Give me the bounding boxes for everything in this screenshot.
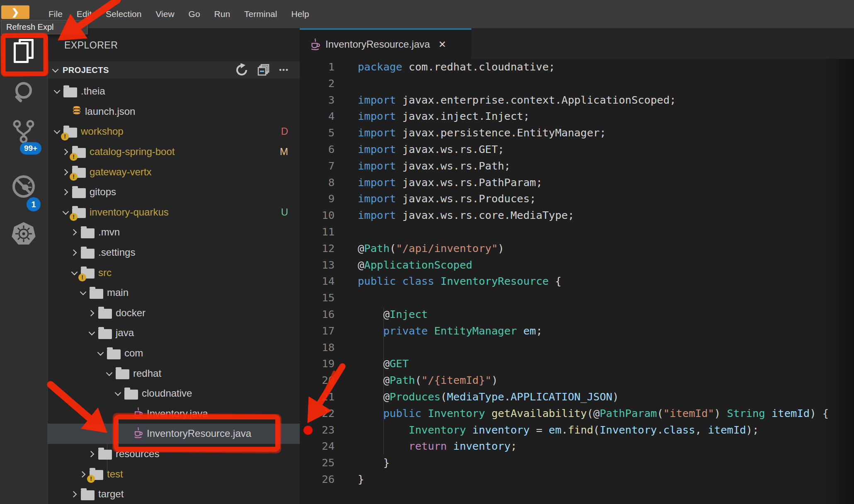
code-line[interactable]: 1package com.redhat.cloudnative; xyxy=(300,59,854,75)
code-line[interactable]: 14public class InventoryResource { xyxy=(300,273,854,290)
tree-item-docker[interactable]: docker xyxy=(48,303,300,323)
code-line[interactable]: 16 @Inject xyxy=(300,306,854,323)
line-number[interactable]: 25 xyxy=(300,455,335,471)
code-line[interactable]: 26} xyxy=(300,471,854,488)
menu-item-help[interactable]: Help xyxy=(284,0,316,28)
more-actions-icon[interactable]: ••• xyxy=(279,66,289,74)
line-number[interactable]: 15 xyxy=(300,290,335,306)
code-line[interactable]: 18 xyxy=(300,339,854,356)
chevron-right-icon[interactable] xyxy=(62,188,70,196)
chevron-right-icon[interactable] xyxy=(88,450,96,458)
tree-item-com[interactable]: com xyxy=(48,343,300,363)
line-number[interactable]: 4 xyxy=(300,108,335,125)
code-line[interactable]: 11 xyxy=(300,224,854,240)
code-line[interactable]: 22 public Inventory getAvailability(@Pat… xyxy=(300,405,854,422)
line-number[interactable]: 2 xyxy=(300,75,335,92)
tree-item-java[interactable]: java xyxy=(48,323,300,343)
line-number[interactable]: 14 xyxy=(300,273,335,290)
line-number[interactable]: 18 xyxy=(300,339,335,356)
tree-item--settings[interactable]: .settings xyxy=(48,242,300,263)
line-number[interactable]: 9 xyxy=(300,191,335,207)
code-line[interactable]: 10import javax.ws.rs.core.MediaType; xyxy=(300,207,854,224)
line-number[interactable]: 11 xyxy=(300,224,335,240)
line-number[interactable]: 13 xyxy=(300,257,335,274)
tree-item-gateway-vertx[interactable]: !gateway-vertx xyxy=(48,162,300,182)
tree-item-redhat[interactable]: redhat xyxy=(48,363,300,383)
tree-item-resources[interactable]: resources xyxy=(48,444,300,464)
code-line[interactable]: 6import javax.ws.rs.GET; xyxy=(300,141,854,158)
line-number[interactable]: 10 xyxy=(300,207,335,224)
workspace-button[interactable]: ❯ xyxy=(1,5,29,19)
line-number[interactable]: 7 xyxy=(300,158,335,174)
line-number[interactable]: 20 xyxy=(300,372,335,389)
code-line[interactable]: 4import javax.inject.Inject; xyxy=(300,108,854,125)
tree-item-launch-json[interactable]: launch.json xyxy=(48,102,300,122)
close-icon[interactable]: ✕ xyxy=(438,39,446,50)
activity-debug-button[interactable]: 1 xyxy=(0,166,47,207)
line-number[interactable]: 21 xyxy=(300,389,335,405)
code-line[interactable]: 19 @GET xyxy=(300,356,854,372)
line-number[interactable]: 19 xyxy=(300,356,335,372)
tree-item-inventory-quarkus[interactable]: !inventory-quarkusU xyxy=(48,202,300,223)
tree-item-gitops[interactable]: gitops xyxy=(48,182,300,202)
chevron-right-icon[interactable] xyxy=(80,470,87,478)
line-number[interactable]: 22 xyxy=(300,405,335,422)
chevron-down-icon[interactable] xyxy=(80,289,87,296)
code-line[interactable]: 23 Inventory inventory = em.find(Invento… xyxy=(300,422,854,439)
line-number[interactable]: 6 xyxy=(300,141,335,158)
chevron-down-icon[interactable] xyxy=(106,370,113,377)
tree-item--mvn[interactable]: .mvn xyxy=(48,222,300,242)
line-number[interactable]: 8 xyxy=(300,174,335,191)
code-line[interactable]: 12@Path("/api/inventory") xyxy=(300,240,854,257)
tree-item-test[interactable]: !test xyxy=(48,464,300,484)
refresh-icon[interactable] xyxy=(235,63,248,77)
chevron-down-icon[interactable] xyxy=(53,128,61,135)
breakpoint-dot[interactable] xyxy=(303,426,313,435)
activity-kubernetes-button[interactable] xyxy=(0,213,47,255)
menu-item-go[interactable]: Go xyxy=(182,0,207,28)
chevron-right-icon[interactable] xyxy=(71,228,78,236)
chevron-down-icon[interactable] xyxy=(71,269,78,276)
code-line[interactable]: 17 private EntityManager em; xyxy=(300,323,854,339)
tree-item-inventory-java[interactable]: Inventory.java xyxy=(48,404,300,424)
chevron-right-icon[interactable] xyxy=(71,490,78,498)
line-number[interactable]: 24 xyxy=(300,438,335,455)
chevron-right-icon[interactable] xyxy=(62,148,70,155)
chevron-down-icon[interactable] xyxy=(62,208,70,216)
collapse-all-icon[interactable] xyxy=(257,64,270,76)
tree-item-inventoryresource-java[interactable]: InventoryResource.java xyxy=(48,424,300,444)
tree-item-main[interactable]: main xyxy=(48,283,300,303)
tab-inventoryresource-java[interactable]: InventoryResource.java ✕ xyxy=(300,28,471,59)
chevron-down-icon[interactable] xyxy=(97,349,104,357)
tree-item-cloudnative[interactable]: cloudnative xyxy=(48,383,300,404)
tree-item-src[interactable]: !src xyxy=(48,262,300,283)
chevron-down-icon[interactable] xyxy=(114,390,122,397)
code-line[interactable]: 5import javax.persistence.EntityManager; xyxy=(300,125,854,141)
activity-search-button[interactable] xyxy=(0,70,47,112)
menu-item-selection[interactable]: Selection xyxy=(99,0,148,28)
code-line[interactable]: 15 xyxy=(300,290,854,306)
code-line[interactable]: 2 xyxy=(300,75,854,92)
code-line[interactable]: 3import javax.enterprise.context.Applica… xyxy=(300,92,854,109)
tree-item-workshop[interactable]: !workshopD xyxy=(48,121,300,142)
line-number[interactable]: 1 xyxy=(300,59,335,75)
line-number[interactable]: 12 xyxy=(300,240,335,257)
code-editor[interactable]: 1package com.redhat.cloudnative;23import… xyxy=(300,59,854,504)
chevron-right-icon[interactable] xyxy=(62,168,70,176)
chevron-right-icon[interactable] xyxy=(88,309,96,317)
code-line[interactable]: 13@ApplicationScoped xyxy=(300,257,854,274)
line-number[interactable]: 17 xyxy=(300,323,335,339)
menu-item-view[interactable]: View xyxy=(148,0,181,28)
activity-explorer-button[interactable] xyxy=(0,30,47,72)
activity-source-control-button[interactable]: 99+ xyxy=(0,111,47,152)
menu-item-terminal[interactable]: Terminal xyxy=(237,0,284,28)
code-line[interactable]: 9import javax.ws.rs.Produces; xyxy=(300,191,854,207)
line-number[interactable]: 5 xyxy=(300,125,335,141)
code-line[interactable]: 7import javax.ws.rs.Path; xyxy=(300,158,854,174)
chevron-down-icon[interactable] xyxy=(88,329,96,337)
line-number[interactable]: 26 xyxy=(300,471,335,488)
code-line[interactable]: 25 } xyxy=(300,455,854,471)
tree-item--theia[interactable]: .theia xyxy=(48,81,300,102)
line-number[interactable]: 16 xyxy=(300,306,335,323)
line-number[interactable]: 3 xyxy=(300,92,335,109)
